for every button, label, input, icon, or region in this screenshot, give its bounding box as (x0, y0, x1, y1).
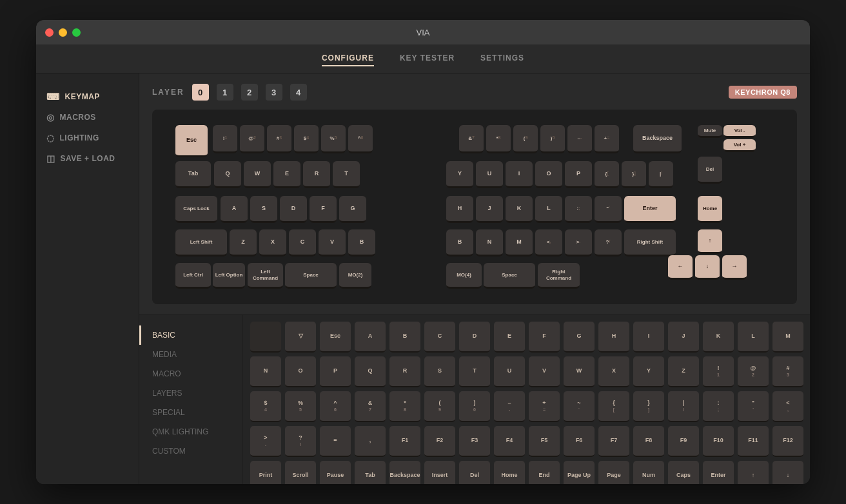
key-slash[interactable]: ?/ (595, 229, 622, 257)
grid-key-w[interactable]: W (564, 356, 595, 387)
grid-key-tilde[interactable]: ~` (564, 391, 595, 422)
grid-key-r[interactable]: R (389, 356, 420, 387)
grid-key-lbrace[interactable]: {[ (598, 391, 629, 422)
key-vol-down[interactable]: Vol - (723, 125, 756, 138)
key-mo4[interactable]: MO(4) (446, 263, 482, 289)
sidebar-item-keymap[interactable]: ⌨ KEYMAP (36, 86, 139, 107)
key-b2[interactable]: B (446, 229, 473, 257)
grid-key-comma[interactable]: , (355, 426, 386, 457)
grid-key-z[interactable]: Z (668, 356, 699, 387)
key-left[interactable]: ← (668, 255, 693, 280)
grid-key-colon[interactable]: :; (703, 391, 734, 422)
grid-key-excl[interactable]: !1 (703, 356, 734, 387)
key-lshift[interactable]: Left Shift (175, 229, 227, 257)
grid-key-gt[interactable]: >. (250, 426, 281, 457)
key-loption[interactable]: Left Option (213, 263, 245, 289)
grid-key-f3[interactable]: F3 (459, 426, 490, 457)
key-o[interactable]: O (535, 161, 562, 188)
grid-key-pct[interactable]: %5 (285, 391, 316, 422)
grid-key-x[interactable]: X (598, 356, 629, 387)
key-lctrl[interactable]: Left Ctrl (175, 263, 211, 289)
key-k[interactable]: K (506, 196, 533, 223)
grid-key-esc[interactable]: Esc (320, 322, 351, 353)
key-minus[interactable]: –- (567, 125, 592, 153)
cat-qmk-lighting[interactable]: QMK LIGHTING (139, 422, 242, 441)
key-f[interactable]: F (310, 196, 337, 223)
grid-key-f5[interactable]: F5 (529, 426, 560, 457)
key-i[interactable]: I (506, 161, 533, 188)
grid-key-f1[interactable]: F1 (389, 426, 420, 457)
grid-key-enter[interactable]: Enter (703, 461, 734, 484)
key-vol-up[interactable]: Vol + (723, 139, 756, 152)
key-g[interactable]: G (339, 196, 366, 223)
key-lbracket[interactable]: {[ (595, 161, 619, 188)
key-pipe[interactable]: |\ (649, 161, 673, 188)
key-c[interactable]: C (289, 229, 316, 257)
grid-key-g[interactable]: G (564, 322, 595, 353)
grid-key-f6[interactable]: F6 (564, 426, 595, 457)
key-up[interactable]: ↑ (698, 229, 722, 254)
grid-key-caps[interactable]: Caps (668, 461, 699, 484)
key-space1[interactable]: Space (285, 263, 337, 289)
grid-key-f[interactable]: F (529, 322, 560, 353)
key-amp[interactable]: &7 (459, 125, 484, 153)
grid-key-hash[interactable]: #3 (772, 356, 803, 387)
key-esc[interactable]: Esc (175, 125, 208, 157)
grid-key-e[interactable]: E (494, 322, 525, 353)
nav-settings[interactable]: SETTINGS (480, 51, 524, 66)
layer-btn-1[interactable]: 1 (217, 84, 233, 101)
layer-btn-3[interactable]: 3 (266, 84, 282, 101)
grid-key-i[interactable]: I (633, 322, 664, 353)
grid-key-question[interactable]: ?/ (285, 426, 316, 457)
cat-macro[interactable]: MACRO (139, 364, 242, 383)
close-button[interactable] (45, 28, 54, 37)
key-excl[interactable]: !1 (213, 125, 237, 153)
key-capslock[interactable]: Caps Lock (175, 196, 217, 223)
grid-key-dollar[interactable]: $4 (250, 391, 281, 422)
cat-layers[interactable]: LAYERS (139, 383, 242, 403)
key-home[interactable]: Home (698, 196, 722, 223)
grid-key-f8[interactable]: F8 (633, 426, 664, 457)
minimize-button[interactable] (59, 28, 67, 37)
key-star[interactable]: *8 (486, 125, 511, 153)
sidebar-item-macros[interactable]: ◎ MACROS (36, 107, 139, 128)
grid-key-t[interactable]: T (459, 356, 490, 387)
grid-key-at[interactable]: @2 (738, 356, 769, 387)
key-t[interactable]: T (333, 161, 360, 188)
key-hash[interactable]: #3 (267, 125, 291, 153)
key-quote[interactable]: "' (595, 196, 622, 223)
key-s[interactable]: S (250, 196, 277, 223)
sidebar-item-save-load[interactable]: ◫ SAVE + LOAD (36, 148, 139, 169)
grid-key-scroll[interactable]: Scroll (285, 461, 316, 484)
key-b[interactable]: B (348, 229, 375, 257)
key-mo2[interactable]: MO(2) (339, 263, 371, 289)
key-l[interactable]: L (535, 196, 562, 223)
grid-key-m[interactable]: M (772, 322, 803, 353)
key-tab[interactable]: Tab (175, 161, 211, 188)
grid-key-lparen[interactable]: (9 (424, 391, 455, 422)
key-semicolon[interactable]: :; (565, 196, 592, 223)
grid-key-trns[interactable]: ▽ (285, 322, 316, 353)
grid-key-plus[interactable]: += (529, 391, 560, 422)
grid-key-f2[interactable]: F2 (424, 426, 455, 457)
key-n[interactable]: N (476, 229, 503, 257)
key-z[interactable]: Z (230, 229, 257, 257)
nav-key-tester[interactable]: KEY TESTER (400, 51, 455, 66)
grid-key-f9[interactable]: F9 (668, 426, 699, 457)
grid-key-h[interactable]: H (598, 322, 629, 353)
cat-custom[interactable]: CUSTOM (139, 441, 242, 461)
key-j[interactable]: J (476, 196, 503, 223)
cat-media[interactable]: MEDIA (139, 345, 242, 364)
key-x[interactable]: X (259, 229, 286, 257)
grid-key-tab[interactable]: Tab (355, 461, 386, 484)
cat-special[interactable]: SPECIAL (139, 403, 242, 422)
grid-key-pause[interactable]: Pause (320, 461, 351, 484)
grid-key-1[interactable]: ↑ (738, 461, 769, 484)
grid-key-page[interactable]: Page (598, 461, 629, 484)
key-d[interactable]: D (280, 196, 307, 223)
key-down[interactable]: ↓ (695, 255, 720, 280)
key-backspace[interactable]: Backspace (633, 125, 682, 153)
key-u[interactable]: U (476, 161, 503, 188)
maximize-button[interactable] (72, 28, 81, 37)
grid-key-caret[interactable]: ^6 (320, 391, 351, 422)
